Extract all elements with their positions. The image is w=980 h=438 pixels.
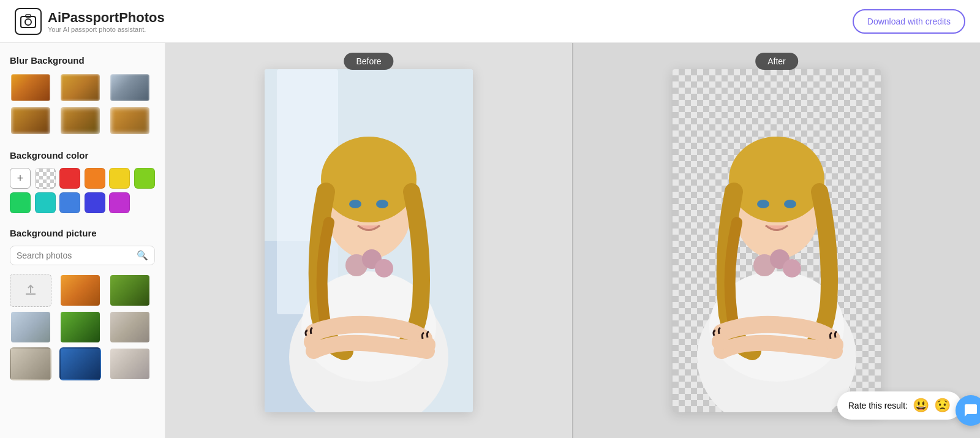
blur-thumb-4[interactable]	[10, 106, 51, 135]
color-transparent[interactable]	[35, 168, 56, 189]
color-yellow[interactable]	[109, 168, 130, 189]
svg-point-28	[712, 333, 729, 350]
after-person-svg	[673, 69, 881, 412]
photo-thumb-blue[interactable]	[59, 347, 101, 380]
color-purple[interactable]	[109, 192, 130, 213]
before-photo	[265, 69, 473, 412]
picture-section-title: Background picture	[10, 228, 155, 238]
rate-sad-button[interactable]: 😟	[934, 398, 951, 413]
color-green[interactable]	[10, 192, 31, 213]
svg-point-27	[783, 259, 801, 278]
upload-photo-button[interactable]	[10, 274, 51, 307]
color-indigo[interactable]	[85, 192, 105, 213]
app-name: AiPassportPhotos	[48, 10, 165, 26]
rate-happy-button[interactable]: 😃	[913, 398, 929, 413]
color-blue[interactable]	[59, 192, 80, 213]
app-header: AiPassportPhotos Your AI passport photo …	[0, 0, 980, 43]
blur-thumb-3[interactable]	[109, 73, 151, 102]
rate-label: Rate this result:	[848, 401, 908, 410]
search-box: 🔍	[10, 246, 155, 265]
svg-point-29	[826, 336, 843, 353]
color-cyan[interactable]	[35, 192, 56, 213]
photo-thumb-sunset[interactable]	[59, 274, 101, 307]
color-orange[interactable]	[85, 168, 105, 189]
sidebar: Blur Background Background color + Backg…	[0, 43, 165, 438]
download-button[interactable]: Download with credits	[853, 9, 965, 34]
blur-section-title: Blur Background	[10, 55, 155, 66]
after-photo	[673, 69, 881, 412]
app-subtitle: Your AI passport photo assistant.	[48, 26, 165, 33]
before-label: Before	[344, 53, 393, 70]
svg-point-23	[757, 200, 769, 208]
photo-thumb-mountain[interactable]	[10, 311, 51, 344]
svg-point-1	[25, 19, 31, 25]
svg-rect-0	[21, 17, 36, 28]
photo-thumb-interior[interactable]	[109, 311, 151, 344]
svg-point-22	[729, 137, 824, 222]
color-section-title: Background color	[10, 150, 155, 160]
photo-thumb-field[interactable]	[59, 311, 101, 344]
after-panel: After	[573, 43, 980, 438]
svg-point-10	[321, 137, 417, 222]
blur-thumb-5[interactable]	[59, 106, 101, 135]
rate-widget: Rate this result: 😃 😟	[837, 391, 962, 420]
color-custom[interactable]: +	[10, 168, 31, 189]
svg-point-16	[304, 333, 321, 350]
before-person-svg	[265, 69, 473, 412]
color-lime[interactable]	[134, 168, 155, 189]
search-icon[interactable]: 🔍	[137, 250, 148, 261]
color-swatches: +	[10, 168, 155, 213]
blur-thumb-2[interactable]	[59, 73, 101, 102]
svg-point-24	[784, 200, 796, 208]
blur-thumbnails	[10, 73, 155, 135]
photo-thumb-tree[interactable]	[109, 274, 151, 307]
before-panel: Before	[165, 43, 572, 438]
logo-text: AiPassportPhotos Your AI passport photo …	[48, 10, 165, 33]
svg-point-11	[349, 200, 361, 208]
photo-thumb-room2[interactable]	[109, 347, 151, 380]
photo-thumbnails	[10, 274, 155, 380]
svg-point-12	[376, 200, 388, 208]
color-red[interactable]	[59, 168, 80, 189]
logo-area: AiPassportPhotos Your AI passport photo …	[15, 8, 165, 35]
photo-thumb-mountain2[interactable]	[10, 347, 51, 380]
logo-icon	[15, 8, 42, 35]
search-input[interactable]	[17, 251, 137, 260]
after-label: After	[755, 53, 798, 70]
svg-point-17	[418, 336, 435, 353]
blur-thumb-1[interactable]	[10, 73, 51, 102]
content-area: Before	[165, 43, 980, 438]
svg-point-15	[375, 259, 393, 278]
main-layout: Blur Background Background color + Backg…	[0, 43, 980, 438]
blur-thumb-6[interactable]	[109, 106, 151, 135]
chat-button[interactable]	[956, 395, 980, 426]
